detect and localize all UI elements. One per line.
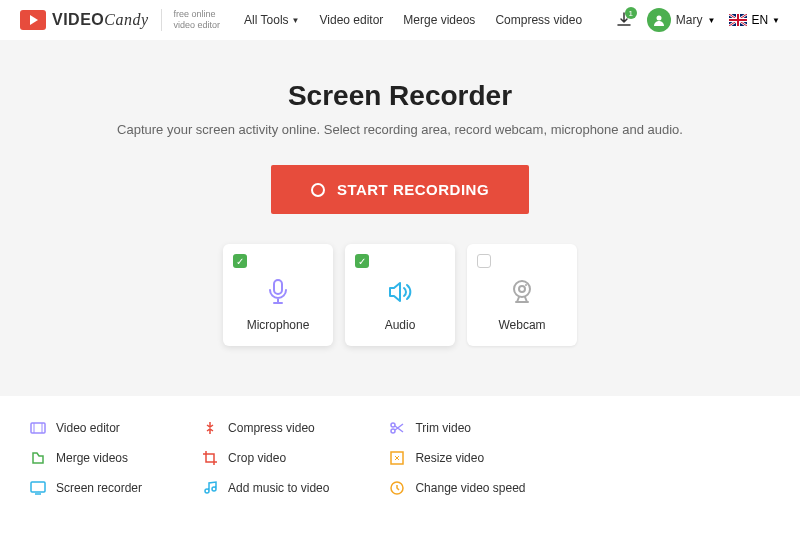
compress-icon: [202, 420, 218, 436]
speed-icon: [389, 480, 405, 496]
logo-tagline: free onlinevideo editor: [174, 9, 221, 31]
svg-rect-6: [31, 423, 45, 433]
nav: All Tools▼ Video editor Merge videos Com…: [244, 13, 582, 27]
record-icon: [311, 183, 325, 197]
option-webcam[interactable]: Webcam: [467, 244, 577, 346]
page-title: Screen Recorder: [20, 80, 780, 112]
svg-point-4: [519, 286, 525, 292]
chevron-down-icon: ▼: [707, 16, 715, 25]
download-icon[interactable]: 1: [615, 11, 633, 29]
svg-point-9: [391, 423, 395, 427]
svg-rect-2: [274, 280, 282, 294]
svg-rect-7: [31, 482, 45, 492]
tool-change-speed[interactable]: Change video speed: [389, 480, 525, 496]
logo-text: VIDEOCandy: [52, 11, 149, 29]
user-menu[interactable]: Mary ▼: [647, 8, 716, 32]
nav-video-editor[interactable]: Video editor: [320, 13, 384, 27]
tool-resize-video[interactable]: Resize video: [389, 450, 525, 466]
chevron-down-icon: ▼: [772, 16, 780, 25]
tools-grid: Video editor Merge videos Screen recorde…: [0, 396, 800, 520]
start-recording-button[interactable]: START RECORDING: [271, 165, 529, 214]
hero: Screen Recorder Capture your screen acti…: [0, 40, 800, 396]
checkbox-icon: ✓: [233, 254, 247, 268]
nav-all-tools[interactable]: All Tools▼: [244, 13, 299, 27]
nav-merge-videos[interactable]: Merge videos: [403, 13, 475, 27]
page-subtitle: Capture your screen activity online. Sel…: [20, 122, 780, 137]
merge-icon: [30, 450, 46, 466]
nav-compress-video[interactable]: Compress video: [495, 13, 582, 27]
tool-crop-video[interactable]: Crop video: [202, 450, 329, 466]
chevron-down-icon: ▼: [292, 16, 300, 25]
tool-trim-video[interactable]: Trim video: [389, 420, 525, 436]
audio-icon: [359, 276, 441, 308]
screen-icon: [30, 480, 46, 496]
tool-add-music[interactable]: Add music to video: [202, 480, 329, 496]
svg-point-3: [514, 281, 530, 297]
logo[interactable]: VIDEOCandy free onlinevideo editor: [20, 9, 220, 31]
webcam-icon: [481, 276, 563, 308]
option-audio[interactable]: ✓ Audio: [345, 244, 455, 346]
checkbox-icon: ✓: [355, 254, 369, 268]
crop-icon: [202, 450, 218, 466]
user-name: Mary: [676, 13, 703, 27]
tool-merge-videos[interactable]: Merge videos: [30, 450, 142, 466]
editor-icon: [30, 420, 46, 436]
checkbox-icon: [477, 254, 491, 268]
tool-screen-recorder[interactable]: Screen recorder: [30, 480, 142, 496]
trim-icon: [389, 420, 405, 436]
logo-icon: [20, 10, 46, 30]
option-label: Microphone: [237, 318, 319, 332]
tool-compress-video[interactable]: Compress video: [202, 420, 329, 436]
flag-icon: [729, 14, 747, 26]
avatar-icon: [647, 8, 671, 32]
download-badge: 1: [625, 7, 637, 19]
resize-icon: [389, 450, 405, 466]
language-selector[interactable]: EN ▼: [729, 13, 780, 27]
header: VIDEOCandy free onlinevideo editor All T…: [0, 0, 800, 40]
music-icon: [202, 480, 218, 496]
option-label: Audio: [359, 318, 441, 332]
svg-point-0: [656, 16, 661, 21]
svg-point-5: [525, 284, 527, 286]
tool-video-editor[interactable]: Video editor: [30, 420, 142, 436]
option-microphone[interactable]: ✓ Microphone: [223, 244, 333, 346]
microphone-icon: [237, 276, 319, 308]
option-label: Webcam: [481, 318, 563, 332]
svg-point-8: [391, 429, 395, 433]
recording-options: ✓ Microphone ✓ Audio Webcam: [20, 244, 780, 346]
